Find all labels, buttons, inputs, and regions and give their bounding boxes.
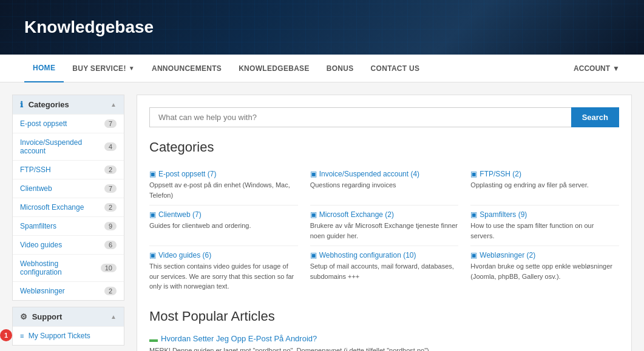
cat-link-weblosninger[interactable]: ▣ Webløsninger (2) — [470, 251, 619, 259]
nav-item-knowledgebase[interactable]: KNOWLEDGEBASE — [230, 55, 318, 82]
chevron-down-icon: ▼ — [612, 64, 620, 73]
folder-icon: ▣ — [149, 210, 156, 219]
nav-item-buy[interactable]: BUY SERVICE! ▼ — [64, 55, 143, 82]
collapse-icon[interactable]: ▲ — [110, 101, 117, 108]
sidebar-item-ftp[interactable]: FTP/SSH 2 — [13, 160, 124, 179]
folder-icon: ▣ — [310, 210, 317, 219]
cat-cell-ftp: ▣ FTP/SSH (2) Opplasting og endring av f… — [470, 165, 619, 205]
folder-icon: ▣ — [310, 170, 317, 178]
collapse-icon[interactable]: ▲ — [110, 313, 117, 320]
support-icon: ⚙ — [20, 312, 27, 321]
cat-cell-video: ▣ Video guides (6) This section contains… — [149, 246, 298, 296]
page-header: Knowledgebase — [0, 0, 644, 55]
cat-cell-weblosninger: ▣ Webløsninger (2) Hvordan bruke og sett… — [470, 246, 619, 296]
cat-link-invoice[interactable]: ▣ Invoice/Suspended account (4) — [310, 170, 459, 178]
folder-icon: ▣ — [149, 170, 156, 178]
categories-section: ℹ Categories ▲ E-post oppsett 7 Invoice/… — [12, 95, 124, 301]
cat-link-clientweb[interactable]: ▣ Clientweb (7) — [149, 210, 298, 219]
ticket-icon: ≡ — [20, 332, 24, 339]
article-item-0: ▬ Hvordan Setter Jeg Opp E-Post På Andro… — [149, 334, 619, 352]
search-bar: Search — [149, 107, 619, 127]
search-button[interactable]: Search — [571, 107, 619, 127]
info-icon: ℹ — [20, 100, 23, 109]
folder-icon: ▣ — [470, 210, 477, 219]
search-input[interactable] — [149, 107, 571, 127]
nav-account[interactable]: ACCOUNT ▼ — [574, 64, 620, 73]
folder-icon: ▣ — [470, 251, 477, 259]
nav-left: HOME BUY SERVICE! ▼ ANNOUNCEMENTS KNOWLE… — [24, 55, 574, 82]
article-link-0[interactable]: ▬ Hvordan Setter Jeg Opp E-Post På Andro… — [149, 334, 619, 344]
cat-link-exchange[interactable]: ▣ Microsoft Exchange (2) — [310, 210, 459, 219]
categories-header: ℹ Categories ▲ — [13, 95, 124, 114]
sidebar-item-clientweb[interactable]: Clientweb 7 — [13, 179, 124, 198]
categories-grid: ▣ E-post oppsett (7) Oppsett av e-post p… — [149, 165, 619, 296]
main-content: ℹ Categories ▲ E-post oppsett 7 Invoice/… — [0, 82, 644, 351]
cat-link-ftp[interactable]: ▣ FTP/SSH (2) — [470, 170, 619, 178]
cat-cell-spamfilters: ▣ Spamfilters (9) How to use the spam fi… — [470, 205, 619, 246]
cat-cell-webhosting: ▣ Webhosting configuration (10) Setup of… — [310, 246, 459, 296]
sidebar-item-exchange[interactable]: Microsoft Exchange 2 — [13, 198, 124, 216]
sidebar-item-weblosninger[interactable]: Webløsninger 2 — [13, 281, 124, 300]
document-icon: ▬ — [149, 334, 158, 344]
cat-link-spamfilters[interactable]: ▣ Spamfilters (9) — [470, 210, 619, 219]
categories-title: Categories — [149, 139, 619, 155]
page-title: Knowledgebase — [24, 18, 154, 37]
popular-title: Most Popular Articles — [149, 309, 619, 324]
content-area: Search Categories ▣ E-post oppsett (7) O… — [137, 95, 632, 351]
nav-item-contact[interactable]: CONTACT US — [362, 55, 429, 82]
sidebar-item-video[interactable]: Video guides 6 — [13, 235, 124, 254]
sidebar-item-epost[interactable]: E-post oppsett 7 — [13, 114, 124, 133]
nav-item-home[interactable]: HOME — [24, 55, 64, 82]
folder-icon: ▣ — [149, 251, 156, 259]
nav-item-announcements[interactable]: ANNOUNCEMENTS — [143, 55, 230, 82]
sidebar-item-invoice[interactable]: Invoice/Suspended account 4 — [13, 133, 124, 160]
support-header: ⚙ Support ▲ — [13, 307, 124, 326]
nav-right: ACCOUNT ▼ — [574, 64, 620, 73]
support-section: ⚙ Support ▲ ≡ My Support Tickets — [12, 307, 124, 346]
cat-link-video[interactable]: ▣ Video guides (6) — [149, 251, 298, 259]
cat-cell-exchange: ▣ Microsoft Exchange (2) Brukere av vår … — [310, 205, 459, 246]
cat-cell-clientweb: ▣ Clientweb (7) Guides for clientweb and… — [149, 205, 298, 246]
folder-icon: ▣ — [310, 251, 317, 259]
cat-cell-epost: ▣ E-post oppsett (7) Oppsett av e-post p… — [149, 165, 298, 205]
folder-icon: ▣ — [470, 170, 477, 178]
notification-badge[interactable]: 1 — [0, 329, 12, 341]
sidebar: ℹ Categories ▲ E-post oppsett 7 Invoice/… — [12, 95, 124, 351]
sidebar-item-webhosting[interactable]: Webhosting configuration 10 — [13, 254, 124, 281]
sidebar-item-spamfilters[interactable]: Spamfilters 9 — [13, 216, 124, 235]
chevron-down-icon: ▼ — [129, 65, 135, 72]
cat-link-webhosting[interactable]: ▣ Webhosting configuration (10) — [310, 251, 459, 259]
nav-item-bonus[interactable]: BONUS — [318, 55, 362, 82]
cat-link-epost[interactable]: ▣ E-post oppsett (7) — [149, 170, 298, 178]
nav-bar: HOME BUY SERVICE! ▼ ANNOUNCEMENTS KNOWLE… — [0, 55, 644, 82]
popular-section: Most Popular Articles ▬ Hvordan Setter J… — [149, 309, 619, 352]
sidebar-item-tickets[interactable]: ≡ My Support Tickets — [13, 326, 124, 345]
cat-cell-invoice: ▣ Invoice/Suspended account (4) Question… — [310, 165, 459, 205]
